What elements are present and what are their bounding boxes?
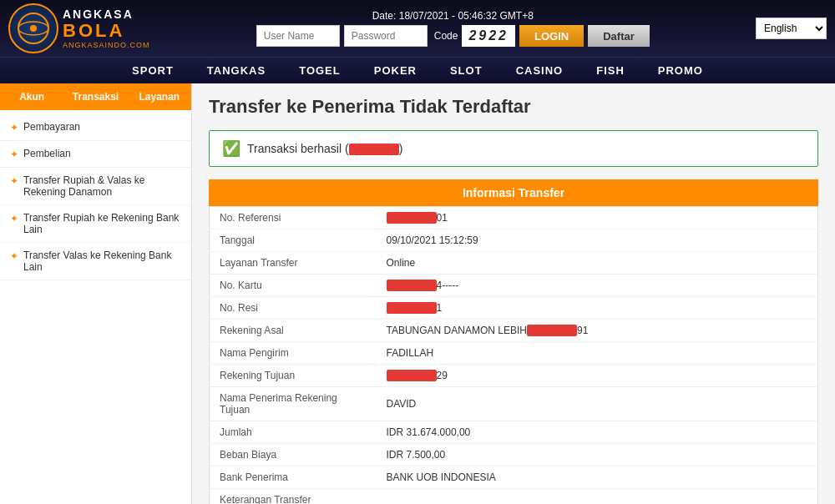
table-row: Rekening Tujuan 29 <box>210 365 818 387</box>
tab-layanan[interactable]: Layanan <box>128 83 191 110</box>
logo-area: ANGKASA BOLA ANGKASAINDO.COM <box>8 3 150 53</box>
success-banner: ✅ Transaksi berhasil ( ) <box>209 130 818 167</box>
redacted-rek-tujuan <box>387 370 437 381</box>
success-text: Transaksi berhasil ( ) <box>247 142 402 155</box>
table-row: Bank Penerima BANK UOB INDONESIA <box>210 466 818 489</box>
header: ANGKASA BOLA ANGKASAINDO.COM Date: 18/07… <box>0 0 835 57</box>
success-icon: ✅ <box>222 139 240 158</box>
nav-sport[interactable]: SPORT <box>115 58 190 83</box>
table-row: No. Resi 1 <box>210 297 818 320</box>
menu-pembelian[interactable]: ✦ Pembelian <box>0 141 191 168</box>
table-row: Nama Pengirim FADILLAH <box>210 342 818 365</box>
header-center: Date: 18/07/2021 - 05:46:32 GMT+8 Code 2… <box>256 10 650 47</box>
plus-icon-5: ✦ <box>10 250 18 262</box>
logo-icon <box>8 3 58 53</box>
info-table: No. Referensi 01 Tanggal 09/10/2021 15:1… <box>209 206 818 504</box>
table-row: Layanan Transfer Online <box>210 252 818 275</box>
password-input[interactable] <box>344 25 428 47</box>
tab-transaksi[interactable]: Transaksi <box>63 83 127 110</box>
date-display: Date: 18/07/2021 - 05:46:32 GMT+8 <box>372 10 534 22</box>
svg-point-2 <box>30 25 37 32</box>
table-row: Tanggal 09/10/2021 15:12:59 <box>210 229 818 252</box>
logo-subtitle: ANGKASAINDO.COM <box>63 41 150 49</box>
username-input[interactable] <box>256 25 340 47</box>
nav-bar: SPORT TANGKAS TOGEL POKER SLOT CASINO FI… <box>0 57 835 83</box>
plus-icon: ✦ <box>10 122 18 134</box>
nav-poker[interactable]: POKER <box>357 58 433 83</box>
logo-angkasa: ANGKASA <box>63 8 150 21</box>
sidebar-menu: ✦ Pembayaran ✦ Pembelian ✦ Transfer Rupi… <box>0 110 191 285</box>
menu-pembayaran[interactable]: ✦ Pembayaran <box>0 114 191 141</box>
info-section-title: Informasi Transfer <box>209 179 818 206</box>
table-row: Rekening Asal TABUNGAN DANAMON LEBIH 91 <box>210 320 818 342</box>
nav-promo[interactable]: PROMO <box>641 58 720 83</box>
menu-transfer-rupiah-bank[interactable]: ✦ Transfer Rupiah ke Rekening Bank Lain <box>0 205 191 243</box>
code-label: Code <box>434 30 458 42</box>
redacted-ref <box>387 212 437 224</box>
page-title: Transfer ke Penerima Tidak Terdaftar <box>209 96 818 118</box>
sidebar: Akun Transaksi Layanan ✦ Pembayaran ✦ Pe… <box>0 83 192 504</box>
language-select[interactable]: English Indonesia <box>756 18 827 39</box>
table-row: No. Kartu 4----- <box>210 275 818 297</box>
tab-akun[interactable]: Akun <box>0 83 63 110</box>
redacted-resi <box>387 302 437 314</box>
login-button[interactable]: LOGIN <box>519 25 584 47</box>
nav-tangkas[interactable]: TANGKAS <box>190 58 282 83</box>
nav-casino[interactable]: CASINO <box>499 58 580 83</box>
redacted-kartu <box>387 280 437 291</box>
daftar-button[interactable]: Daftar <box>588 25 650 47</box>
redacted-rek-asal <box>527 325 577 336</box>
login-row: Code 2922 LOGIN Daftar <box>256 25 650 47</box>
table-row: No. Referensi 01 <box>210 207 818 229</box>
table-row: Jumlah IDR 31.674.000,00 <box>210 421 818 444</box>
sidebar-tabs: Akun Transaksi Layanan <box>0 83 191 110</box>
menu-transfer-valas-bank[interactable]: ✦ Transfer Valas ke Rekening Bank Lain <box>0 243 191 280</box>
language-selector-area: English Indonesia <box>756 18 827 39</box>
captcha-display: 2922 <box>462 25 515 47</box>
plus-icon-4: ✦ <box>10 213 18 224</box>
content-area: Transfer ke Penerima Tidak Terdaftar ✅ T… <box>192 83 835 504</box>
nav-togel[interactable]: TOGEL <box>282 58 357 83</box>
menu-transfer-rupiah-valas[interactable]: ✦ Transfer Rupiah & Valas ke Rekening Da… <box>0 168 191 205</box>
logo-bola: BOLA <box>63 21 150 41</box>
nav-fish[interactable]: FISH <box>579 58 641 83</box>
main-layout: Akun Transaksi Layanan ✦ Pembayaran ✦ Pe… <box>0 83 835 504</box>
plus-icon-2: ✦ <box>10 149 18 160</box>
table-row: Keterangan Transfer <box>210 489 818 505</box>
nav-slot[interactable]: SLOT <box>433 58 499 83</box>
table-row: Beban Biaya IDR 7.500,00 <box>210 444 818 466</box>
plus-icon-3: ✦ <box>10 175 18 187</box>
redacted-amount <box>349 144 399 155</box>
table-row: Nama Penerima Rekening Tujuan DAVID <box>210 387 818 421</box>
